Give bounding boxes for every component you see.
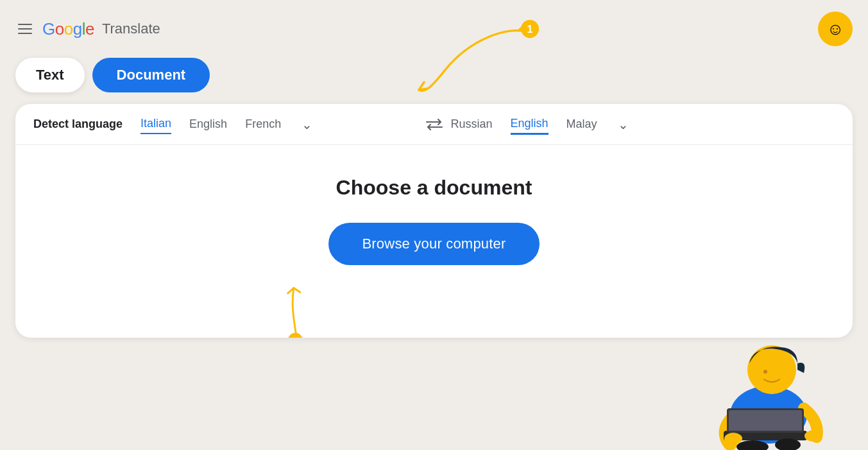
svg-text:2: 2 [293,336,297,338]
language-bar: Detect language Italian English French ⌄… [15,104,853,145]
svg-point-11 [804,430,822,442]
source-lang-italian[interactable]: Italian [140,114,171,134]
svg-point-10 [724,433,742,444]
target-lang-more-button[interactable]: ⌄ [618,117,629,132]
google-logo: Google [42,19,94,39]
svg-rect-9 [729,410,802,431]
target-language-section: Russian English Malay ⌄ [451,114,835,135]
target-lang-english[interactable]: English [511,114,549,135]
browse-computer-button[interactable]: Browse your computer [328,223,539,265]
target-lang-malay[interactable]: Malay [566,115,597,134]
choose-document-title: Choose a document [336,176,532,200]
target-lang-russian[interactable]: Russian [451,115,493,134]
swap-languages-button[interactable] [418,118,451,131]
header: Google Translate ☺ [0,0,868,58]
app-name: Translate [102,21,160,37]
illustration [669,296,849,450]
document-mode-button[interactable]: Document [92,58,210,92]
source-lang-english[interactable]: English [189,115,227,134]
menu-button[interactable] [15,21,35,37]
svg-point-6 [763,370,767,374]
mode-toggle: Text Document [0,58,868,104]
source-lang-french[interactable]: French [245,115,281,134]
text-mode-button[interactable]: Text [15,58,85,92]
source-language-section: Detect language Italian English French ⌄ [33,114,418,134]
annotation-arrow-2: 2 [264,273,328,338]
user-avatar[interactable]: ☺ [818,12,853,46]
source-lang-more-button[interactable]: ⌄ [302,117,312,132]
header-left: Google Translate [15,19,160,39]
svg-point-2 [287,333,302,338]
detect-language-option[interactable]: Detect language [33,117,123,131]
